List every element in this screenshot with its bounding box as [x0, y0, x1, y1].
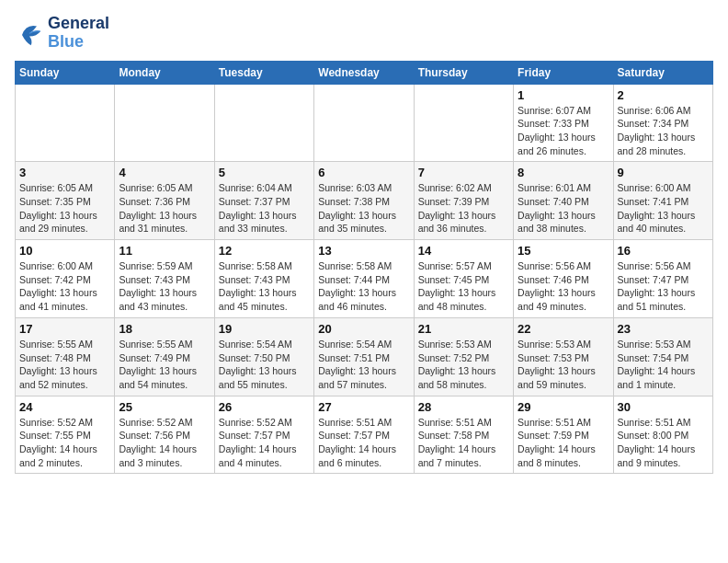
- day-number: 2: [618, 88, 709, 102]
- day-info: Sunrise: 5:58 AM Sunset: 7:43 PM Dayligh…: [219, 259, 310, 314]
- day-number: 15: [518, 244, 609, 258]
- calendar-cell: 21Sunrise: 5:53 AM Sunset: 7:52 PM Dayli…: [414, 317, 513, 396]
- calendar-cell: 29Sunrise: 5:51 AM Sunset: 7:59 PM Dayli…: [514, 396, 613, 474]
- calendar-cell: 3Sunrise: 6:05 AM Sunset: 7:35 PM Daylig…: [16, 162, 115, 240]
- day-number: 6: [318, 166, 409, 179]
- day-info: Sunrise: 5:55 AM Sunset: 7:48 PM Dayligh…: [19, 338, 110, 392]
- calendar-cell: 6Sunrise: 6:03 AM Sunset: 7:38 PM Daylig…: [314, 162, 414, 240]
- calendar-week-row: 17Sunrise: 5:55 AM Sunset: 7:48 PM Dayli…: [16, 317, 713, 396]
- day-number: 24: [19, 400, 110, 414]
- day-number: 11: [119, 244, 210, 258]
- day-info: Sunrise: 6:01 AM Sunset: 7:40 PM Dayligh…: [518, 181, 609, 236]
- calendar-cell: 7Sunrise: 6:02 AM Sunset: 7:39 PM Daylig…: [414, 162, 513, 240]
- calendar-cell: [214, 84, 313, 162]
- calendar-cell: 19Sunrise: 5:54 AM Sunset: 7:50 PM Dayli…: [214, 317, 313, 396]
- day-info: Sunrise: 6:04 AM Sunset: 7:37 PM Dayligh…: [219, 181, 310, 236]
- calendar-cell: 8Sunrise: 6:01 AM Sunset: 7:40 PM Daylig…: [514, 162, 613, 240]
- day-info: Sunrise: 6:05 AM Sunset: 7:35 PM Dayligh…: [19, 181, 110, 236]
- day-info: Sunrise: 5:52 AM Sunset: 7:55 PM Dayligh…: [19, 416, 110, 470]
- day-number: 12: [219, 244, 310, 258]
- day-info: Sunrise: 6:00 AM Sunset: 7:42 PM Dayligh…: [19, 259, 110, 314]
- day-of-week-header: Thursday: [414, 61, 513, 84]
- calendar-cell: [414, 84, 513, 162]
- calendar-header-row: SundayMondayTuesdayWednesdayThursdayFrid…: [16, 61, 713, 84]
- day-of-week-header: Tuesday: [214, 61, 313, 84]
- day-info: Sunrise: 5:53 AM Sunset: 7:52 PM Dayligh…: [418, 338, 509, 392]
- day-info: Sunrise: 5:56 AM Sunset: 7:47 PM Dayligh…: [618, 259, 709, 314]
- calendar-cell: 30Sunrise: 5:51 AM Sunset: 8:00 PM Dayli…: [613, 396, 712, 474]
- calendar-cell: 14Sunrise: 5:57 AM Sunset: 7:45 PM Dayli…: [414, 240, 513, 318]
- calendar-cell: 27Sunrise: 5:51 AM Sunset: 7:57 PM Dayli…: [314, 396, 414, 474]
- calendar-cell: 16Sunrise: 5:56 AM Sunset: 7:47 PM Dayli…: [613, 240, 712, 318]
- day-number: 20: [318, 322, 409, 336]
- calendar-week-row: 24Sunrise: 5:52 AM Sunset: 7:55 PM Dayli…: [16, 396, 713, 474]
- day-number: 19: [219, 322, 310, 336]
- day-number: 30: [618, 400, 709, 414]
- day-info: Sunrise: 6:00 AM Sunset: 7:41 PM Dayligh…: [618, 181, 709, 236]
- day-info: Sunrise: 5:51 AM Sunset: 7:59 PM Dayligh…: [518, 416, 609, 470]
- day-info: Sunrise: 5:53 AM Sunset: 7:53 PM Dayligh…: [518, 338, 609, 392]
- calendar-cell: 4Sunrise: 6:05 AM Sunset: 7:36 PM Daylig…: [115, 162, 214, 240]
- calendar-cell: 26Sunrise: 5:52 AM Sunset: 7:57 PM Dayli…: [214, 396, 313, 474]
- calendar-cell: 5Sunrise: 6:04 AM Sunset: 7:37 PM Daylig…: [214, 162, 313, 240]
- calendar-cell: 10Sunrise: 6:00 AM Sunset: 7:42 PM Dayli…: [16, 240, 115, 318]
- page-header: General Blue: [15, 15, 713, 52]
- calendar-table: SundayMondayTuesdayWednesdayThursdayFrid…: [15, 61, 713, 475]
- calendar-cell: 25Sunrise: 5:52 AM Sunset: 7:56 PM Dayli…: [115, 396, 214, 474]
- day-of-week-header: Wednesday: [314, 61, 414, 84]
- day-number: 4: [119, 166, 210, 179]
- day-info: Sunrise: 6:05 AM Sunset: 7:36 PM Dayligh…: [119, 181, 210, 236]
- day-info: Sunrise: 5:58 AM Sunset: 7:44 PM Dayligh…: [318, 259, 409, 314]
- calendar-cell: 12Sunrise: 5:58 AM Sunset: 7:43 PM Dayli…: [214, 240, 313, 318]
- calendar-cell: 13Sunrise: 5:58 AM Sunset: 7:44 PM Dayli…: [314, 240, 414, 318]
- calendar-week-row: 1Sunrise: 6:07 AM Sunset: 7:33 PM Daylig…: [16, 84, 713, 162]
- day-number: 3: [19, 166, 110, 179]
- calendar-cell: 2Sunrise: 6:06 AM Sunset: 7:34 PM Daylig…: [613, 84, 712, 162]
- calendar-cell: [115, 84, 214, 162]
- day-number: 25: [119, 400, 210, 414]
- day-number: 27: [318, 400, 409, 414]
- calendar-cell: 23Sunrise: 5:53 AM Sunset: 7:54 PM Dayli…: [613, 317, 712, 396]
- calendar-cell: 17Sunrise: 5:55 AM Sunset: 7:48 PM Dayli…: [16, 317, 115, 396]
- day-info: Sunrise: 5:52 AM Sunset: 7:57 PM Dayligh…: [219, 416, 310, 470]
- day-number: 28: [418, 400, 509, 414]
- day-number: 17: [19, 322, 110, 336]
- day-info: Sunrise: 5:55 AM Sunset: 7:49 PM Dayligh…: [119, 338, 210, 392]
- day-number: 13: [318, 244, 409, 258]
- day-info: Sunrise: 5:51 AM Sunset: 7:58 PM Dayligh…: [418, 416, 509, 470]
- calendar-cell: 18Sunrise: 5:55 AM Sunset: 7:49 PM Dayli…: [115, 317, 214, 396]
- calendar-cell: 24Sunrise: 5:52 AM Sunset: 7:55 PM Dayli…: [16, 396, 115, 474]
- day-info: Sunrise: 5:57 AM Sunset: 7:45 PM Dayligh…: [418, 259, 509, 314]
- day-number: 23: [618, 322, 709, 336]
- day-info: Sunrise: 6:02 AM Sunset: 7:39 PM Dayligh…: [418, 181, 509, 236]
- calendar-cell: 9Sunrise: 6:00 AM Sunset: 7:41 PM Daylig…: [613, 162, 712, 240]
- day-info: Sunrise: 6:07 AM Sunset: 7:33 PM Dayligh…: [518, 104, 609, 158]
- day-info: Sunrise: 6:03 AM Sunset: 7:38 PM Dayligh…: [318, 181, 409, 236]
- day-of-week-header: Saturday: [613, 61, 712, 84]
- day-info: Sunrise: 6:06 AM Sunset: 7:34 PM Dayligh…: [618, 104, 709, 158]
- logo: General Blue: [15, 15, 109, 52]
- calendar-cell: 15Sunrise: 5:56 AM Sunset: 7:46 PM Dayli…: [514, 240, 613, 318]
- day-number: 22: [518, 322, 609, 336]
- calendar-cell: [314, 84, 414, 162]
- day-info: Sunrise: 5:54 AM Sunset: 7:51 PM Dayligh…: [318, 338, 409, 392]
- day-info: Sunrise: 5:53 AM Sunset: 7:54 PM Dayligh…: [618, 338, 709, 392]
- calendar-cell: 1Sunrise: 6:07 AM Sunset: 7:33 PM Daylig…: [514, 84, 613, 162]
- day-number: 1: [518, 88, 609, 102]
- day-number: 18: [119, 322, 210, 336]
- day-of-week-header: Friday: [514, 61, 613, 84]
- day-number: 8: [518, 166, 609, 179]
- logo-text: General Blue: [48, 15, 109, 52]
- day-of-week-header: Monday: [115, 61, 214, 84]
- day-number: 26: [219, 400, 310, 414]
- day-number: 10: [19, 244, 110, 258]
- day-info: Sunrise: 5:52 AM Sunset: 7:56 PM Dayligh…: [119, 416, 210, 470]
- day-number: 9: [618, 166, 709, 179]
- day-number: 16: [618, 244, 709, 258]
- calendar-cell: 20Sunrise: 5:54 AM Sunset: 7:51 PM Dayli…: [314, 317, 414, 396]
- day-info: Sunrise: 5:51 AM Sunset: 8:00 PM Dayligh…: [618, 416, 709, 470]
- day-number: 21: [418, 322, 509, 336]
- calendar-cell: [16, 84, 115, 162]
- day-of-week-header: Sunday: [16, 61, 115, 84]
- calendar-cell: 22Sunrise: 5:53 AM Sunset: 7:53 PM Dayli…: [514, 317, 613, 396]
